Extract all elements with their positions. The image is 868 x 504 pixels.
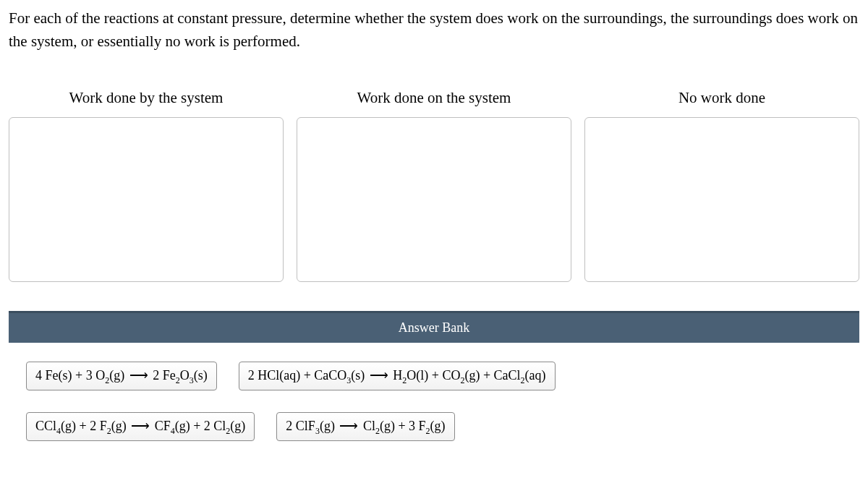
reaction-chip[interactable]: 4 Fe(s) + 3 O2(g) ⟶ 2 Fe2O3(s): [26, 362, 217, 390]
answer-bank-header: Answer Bank: [9, 311, 859, 343]
reaction-chip[interactable]: 2 HCl(aq) + CaCO3(s) ⟶ H2O(l) + CO2(g) +…: [239, 362, 556, 390]
dropzone-work-by-system[interactable]: [9, 117, 284, 282]
column-no-work: No work done: [584, 89, 859, 282]
drop-columns: Work done by the system Work done on the…: [9, 89, 859, 282]
column-work-on-system: Work done on the system: [297, 89, 571, 282]
reaction-chip[interactable]: CCl4(g) + 2 F2(g) ⟶ CF4(g) + 2 Cl2(g): [26, 412, 255, 441]
reaction-chip[interactable]: 2 ClF3(g) ⟶ Cl2(g) + 3 F2(g): [276, 412, 454, 441]
column-title: Work done by the system: [69, 89, 224, 107]
question-text: For each of the reactions at constant pr…: [9, 7, 859, 53]
column-work-by-system: Work done by the system: [9, 89, 284, 282]
column-title: No work done: [678, 89, 765, 107]
answer-bank: 4 Fe(s) + 3 O2(g) ⟶ 2 Fe2O3(s) 2 HCl(aq)…: [9, 343, 859, 470]
bank-row: CCl4(g) + 2 F2(g) ⟶ CF4(g) + 2 Cl2(g) 2 …: [26, 412, 842, 441]
dropzone-no-work[interactable]: [584, 117, 859, 282]
bank-row: 4 Fe(s) + 3 O2(g) ⟶ 2 Fe2O3(s) 2 HCl(aq)…: [26, 362, 842, 390]
column-title: Work done on the system: [357, 89, 511, 107]
dropzone-work-on-system[interactable]: [297, 117, 571, 282]
